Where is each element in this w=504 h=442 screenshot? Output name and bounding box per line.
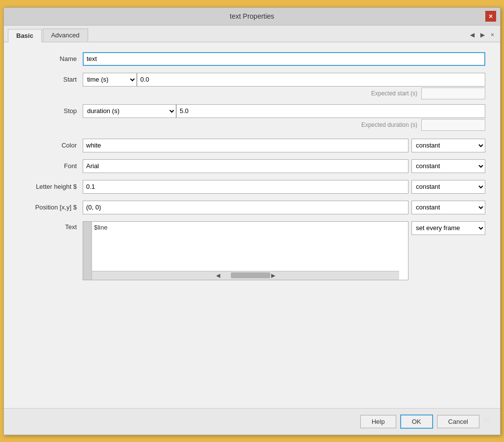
color-label: Color — [19, 142, 83, 149]
expected-start-row: Expected start (s) — [83, 88, 485, 99]
letter-height-label: Letter height $ — [19, 183, 83, 190]
color-input[interactable] — [83, 139, 409, 152]
start-type-select[interactable]: time (s) frame expression — [83, 73, 137, 87]
letter-height-input[interactable] — [83, 180, 409, 194]
text-value: $line — [94, 224, 107, 231]
expected-start-input[interactable] — [421, 88, 485, 99]
font-field: constant set every frame expression — [83, 159, 485, 173]
dialog-window: text Properties × Basic Advanced ◀ ▶ × N… — [3, 7, 501, 435]
start-value-input[interactable] — [137, 73, 485, 87]
expected-start-label: Expected start (s) — [371, 90, 419, 97]
window-title: text Properties — [19, 12, 485, 20]
font-mode-select[interactable]: constant set every frame expression — [411, 159, 485, 173]
name-label: Name — [19, 55, 83, 62]
text-horizontal-scrollbar[interactable]: ◀ ▶ — [92, 271, 399, 280]
name-input[interactable] — [83, 52, 485, 66]
stop-value-input[interactable] — [176, 104, 485, 118]
position-input[interactable] — [83, 201, 409, 214]
hscroll-thumb[interactable] — [231, 272, 270, 278]
tab-next-icon[interactable]: ▶ — [478, 30, 487, 39]
letter-height-mode-select[interactable]: constant set every frame expression — [411, 180, 485, 194]
text-mode-select[interactable]: set every frame constant expression — [411, 221, 485, 235]
color-mode-select[interactable]: constant set every frame expression — [411, 139, 485, 152]
color-row: Color constant set every frame expressio… — [19, 139, 485, 152]
expected-duration-label: Expected duration (s) — [361, 121, 419, 128]
resize-handle[interactable] — [485, 419, 490, 424]
expected-duration-row: Expected duration (s) — [83, 119, 485, 131]
stop-type-select[interactable]: duration (s) time (s) frame — [83, 104, 176, 118]
position-field: constant set every frame expression — [83, 201, 485, 214]
expected-duration-input[interactable] — [421, 119, 485, 131]
text-vertical-scrollbar[interactable] — [83, 222, 92, 280]
tab-close-icon[interactable]: × — [489, 30, 496, 39]
position-mode-select[interactable]: constant set every frame expression — [411, 201, 485, 214]
tab-basic[interactable]: Basic — [8, 29, 42, 42]
stop-row: Stop duration (s) time (s) frame — [19, 104, 485, 118]
form-content: Name Start time (s) frame expression Exp… — [4, 42, 500, 408]
font-row: Font constant set every frame expression — [19, 159, 485, 173]
position-row: Position [x,y] $ constant set every fram… — [19, 201, 485, 214]
dialog-footer: Help OK Cancel — [4, 408, 500, 435]
close-button[interactable]: × — [485, 11, 496, 22]
scroll-right-icon[interactable]: ▶ — [270, 272, 276, 279]
start-row: Start time (s) frame expression — [19, 73, 485, 87]
cancel-button[interactable]: Cancel — [437, 415, 479, 428]
scroll-left-icon[interactable]: ◀ — [215, 272, 221, 279]
text-row: Text $line ◀ ▶ set every frame constant — [19, 221, 485, 280]
title-bar: text Properties × — [4, 8, 500, 26]
text-label: Text — [19, 221, 83, 231]
color-field: constant set every frame expression — [83, 139, 485, 152]
letter-height-field: constant set every frame expression — [83, 180, 485, 194]
help-button[interactable]: Help — [360, 415, 396, 428]
letter-height-row: Letter height $ constant set every frame… — [19, 180, 485, 194]
tab-advanced[interactable]: Advanced — [43, 29, 88, 41]
text-field: $line ◀ ▶ set every frame constant expre… — [83, 221, 485, 280]
font-label: Font — [19, 162, 83, 170]
position-label: Position [x,y] $ — [19, 204, 83, 211]
ok-button[interactable]: OK — [400, 414, 433, 429]
stop-label: Stop — [19, 107, 83, 115]
font-input[interactable] — [83, 159, 409, 173]
tab-prev-icon[interactable]: ◀ — [468, 30, 476, 39]
start-label: Start — [19, 76, 83, 83]
text-area-content: $line — [92, 222, 408, 271]
tab-nav: ◀ ▶ × — [468, 30, 496, 39]
name-row: Name — [19, 52, 485, 66]
text-area-wrapper: $line ◀ ▶ — [83, 221, 409, 280]
tabs-bar: Basic Advanced ◀ ▶ × — [4, 26, 500, 42]
